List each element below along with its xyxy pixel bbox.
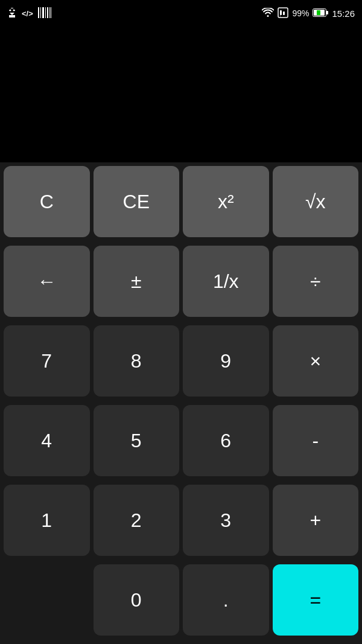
- sim-icon: !: [278, 7, 288, 20]
- equals-button[interactable]: =: [273, 564, 359, 636]
- status-left-icons: </>: [7, 7, 51, 21]
- wifi-icon: [262, 8, 274, 19]
- svg-rect-9: [47, 7, 48, 18]
- svg-rect-10: [49, 7, 50, 18]
- time: 15:26: [332, 8, 355, 19]
- one-button[interactable]: 1: [4, 485, 90, 556]
- divide-button[interactable]: ÷: [273, 246, 359, 317]
- usb-icon: [7, 7, 17, 21]
- calculator-pad: C CE x² √x ← ± 1/x ÷ 7 8 9 × 4 5 6 - 1 2…: [0, 162, 362, 644]
- svg-rect-8: [45, 7, 46, 18]
- clear-entry-button[interactable]: CE: [94, 166, 180, 237]
- zero-button[interactable]: 0: [94, 564, 180, 636]
- decimal-button[interactable]: .: [183, 564, 269, 636]
- nine-button[interactable]: 9: [183, 325, 269, 397]
- sqrt-button[interactable]: √x: [273, 166, 359, 237]
- svg-rect-18: [326, 11, 328, 14]
- battery-icon: [313, 8, 328, 19]
- backspace-button[interactable]: ←: [4, 246, 90, 317]
- empty-placeholder: [4, 564, 90, 636]
- row-4: 4 5 6 -: [4, 405, 358, 481]
- display-area: [0, 27, 362, 162]
- seven-button[interactable]: 7: [4, 325, 90, 397]
- svg-rect-19: [317, 10, 320, 15]
- five-button[interactable]: 5: [94, 405, 180, 476]
- clear-button[interactable]: C: [4, 166, 90, 237]
- square-button[interactable]: x²: [183, 166, 269, 237]
- status-bar: </>: [0, 0, 362, 27]
- eight-button[interactable]: 8: [94, 325, 180, 397]
- svg-rect-3: [9, 10, 10, 11]
- six-button[interactable]: 6: [183, 405, 269, 476]
- status-right-icons: ! 99% 15:26: [262, 7, 355, 20]
- reciprocal-button[interactable]: 1/x: [183, 246, 269, 317]
- row-1: C CE x² √x: [4, 166, 358, 242]
- code-icon: </>: [22, 9, 33, 18]
- svg-rect-2: [11, 8, 13, 8]
- four-button[interactable]: 4: [4, 405, 90, 476]
- row-2: ← ± 1/x ÷: [4, 246, 358, 322]
- two-button[interactable]: 2: [94, 485, 180, 556]
- svg-rect-11: [51, 7, 51, 18]
- svg-rect-14: [283, 11, 285, 15]
- battery-percent: 99%: [292, 8, 309, 18]
- row-5: 1 2 3 +: [4, 485, 358, 561]
- row-3: 7 8 9 ×: [4, 325, 358, 401]
- svg-rect-6: [40, 7, 41, 18]
- svg-rect-5: [38, 7, 39, 18]
- negate-button[interactable]: ±: [94, 246, 180, 317]
- multiply-button[interactable]: ×: [273, 325, 359, 397]
- barcode-icon: [38, 7, 51, 20]
- subtract-button[interactable]: -: [273, 405, 359, 476]
- row-6: 0 . =: [4, 564, 358, 640]
- three-button[interactable]: 3: [183, 485, 269, 556]
- svg-text:!: !: [280, 14, 281, 18]
- svg-rect-7: [42, 7, 44, 18]
- add-button[interactable]: +: [273, 485, 359, 556]
- svg-rect-4: [14, 10, 15, 11]
